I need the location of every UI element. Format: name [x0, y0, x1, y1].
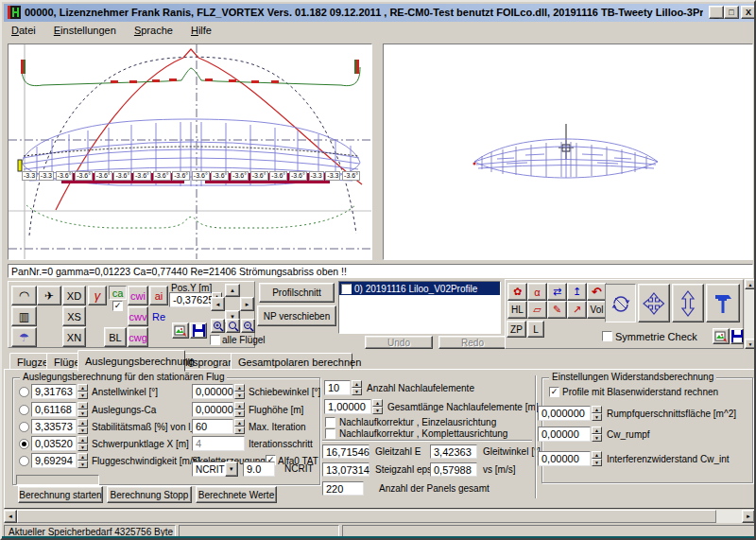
berechnete-werte-button[interactable]: Berechnete Werte [196, 486, 277, 503]
close-button[interactable]: X [741, 6, 756, 19]
cw-rumpf-input[interactable]: 0,00000 [538, 427, 591, 442]
toolbar-scroll-down-button[interactable]: ▼ [745, 339, 756, 349]
anchor-tool-button[interactable]: ↥ [567, 283, 587, 301]
anzahl-nachlaufelemente-input[interactable]: 10 [324, 380, 351, 395]
spin-down-icon[interactable]: ▼ [77, 461, 88, 468]
spin-down-icon[interactable]: ▼ [234, 392, 245, 399]
horizontal-scrollbar[interactable]: ◄ ► [4, 510, 755, 523]
spin-down-icon[interactable]: ▼ [77, 427, 88, 434]
menu-datei[interactable]: Datei [4, 22, 43, 39]
ncrit-combobox[interactable]: NCRIT ▼ [192, 462, 239, 477]
l-button[interactable]: L [527, 321, 544, 338]
zp-button[interactable]: ZP [507, 321, 526, 338]
pan-right-button[interactable]: ► [240, 297, 254, 311]
rumpfquerschnitt-input[interactable]: 0,000000 [538, 406, 591, 421]
pin-tool-button[interactable]: ✿ [507, 283, 527, 301]
panel-tool-button[interactable]: ▱ [527, 301, 547, 319]
ai-button[interactable]: ai [149, 286, 168, 305]
zoom-reset-button[interactable] [226, 319, 240, 333]
nachlaufkorrektur-einzel-checkbox[interactable] [325, 417, 335, 427]
export-image-button[interactable] [172, 322, 189, 339]
schwerpunktlage-radio[interactable] [19, 439, 29, 449]
profile-listbox[interactable]: ✓ 0) 20191116 Liloo_V02Profile [338, 281, 501, 334]
cwi-button[interactable]: cwi [128, 286, 148, 305]
alpha-twist-tool-button[interactable]: α [527, 283, 547, 301]
max-iteration-spinner[interactable]: ▲▼ [234, 419, 245, 434]
berechnung-stopp-button[interactable]: Berechnung Stopp [107, 486, 192, 503]
gesamtlaenge-input[interactable]: 1,00000 [324, 399, 371, 414]
spin-up-icon[interactable]: ▲ [592, 427, 602, 434]
scroll-left-button[interactable]: ◄ [4, 510, 17, 523]
rotate-mode-button[interactable] [605, 284, 636, 322]
spin-up-icon[interactable]: ▲ [234, 384, 245, 392]
stabilitaetsmass-input[interactable]: 3,33573 [31, 419, 77, 434]
spin-up-icon[interactable]: ▲ [234, 402, 245, 409]
arrow-out-tool-button[interactable]: ↗ [567, 301, 587, 319]
pos-y-input[interactable]: -0,37625 [169, 292, 211, 307]
hl-button[interactable]: HL [507, 301, 527, 319]
stabilitaetsmass-spinner[interactable]: ▲▼ [77, 419, 88, 434]
wing-3d-view-canvas[interactable] [383, 44, 753, 260]
build-mode-button[interactable] [706, 284, 740, 322]
move-mode-button[interactable] [638, 284, 670, 322]
symmetrie-check-checkbox[interactable] [602, 331, 612, 341]
move-vertical-mode-button[interactable] [672, 284, 704, 322]
menu-sprache[interactable]: Sprache [127, 22, 180, 39]
wing-front-view-button[interactable]: ◠ [11, 286, 37, 305]
spin-up-icon[interactable]: ▲ [77, 384, 88, 392]
re-label[interactable]: Re [149, 306, 168, 326]
redo-button[interactable]: Redo [438, 336, 507, 349]
spin-down-icon[interactable]: ▼ [592, 459, 602, 466]
undo-arrow-tool-button[interactable]: ↶ [587, 283, 607, 301]
spin-up-icon[interactable]: ▲ [592, 451, 602, 459]
save-button[interactable] [190, 322, 207, 339]
fluggeschwindigkeit-input[interactable]: 9,69294 [31, 453, 77, 468]
swap-tool-button[interactable]: ⇄ [547, 283, 567, 301]
zoom-in-button[interactable] [211, 319, 225, 333]
vol-button[interactable]: Vol [587, 301, 607, 319]
ncrit-value-input[interactable]: 9.0 [243, 462, 275, 477]
maximize-button[interactable]: □ [724, 6, 739, 19]
menu-hilfe[interactable]: Hilfe [183, 22, 219, 39]
pan-left-button[interactable]: ◄ [211, 297, 225, 311]
xn-button[interactable]: XN [62, 327, 86, 347]
flughoehe-spinner[interactable]: ▲▼ [234, 402, 245, 417]
spin-down-icon[interactable]: ▼ [77, 409, 88, 417]
pencil-tool-button[interactable]: ✎ [547, 301, 567, 319]
auslegungs-ca-input[interactable]: 0,61168 [31, 402, 77, 417]
cwg-button[interactable]: cwg [128, 327, 148, 347]
spin-down-icon[interactable]: ▼ [77, 444, 88, 451]
export-image-button-2[interactable] [713, 328, 730, 344]
auslegungs-ca-spinner[interactable]: ▲▼ [77, 402, 88, 417]
anzahl-nachlaufelemente-spinner[interactable]: ▲▼ [352, 380, 362, 395]
berechnung-starten-button[interactable]: Berechnung starten [18, 486, 103, 503]
spin-down-icon[interactable]: ▼ [234, 427, 245, 434]
minimize-button[interactable]: _ [709, 6, 724, 19]
toolbar-scrollbar[interactable]: ▲ ▼ [745, 279, 756, 349]
rumpfquerschnitt-spinner[interactable]: ▲▼ [592, 406, 602, 421]
flughoehe-input[interactable]: 0,00000 [192, 402, 233, 417]
paraglider-view-button[interactable]: ☂ [11, 327, 37, 347]
polar-view-button[interactable]: ▥ [11, 306, 37, 326]
plane-side-view-button[interactable]: ✈ [37, 286, 61, 305]
spin-up-icon[interactable]: ▲ [234, 419, 245, 427]
tab-auslegungsberechnung[interactable]: Auslegungsberechnung [77, 350, 185, 372]
undo-button[interactable]: Undo [365, 336, 433, 349]
gamma-button[interactable]: γ [88, 286, 107, 305]
cw-int-input[interactable]: 0,00000 [538, 451, 591, 466]
xs-button[interactable]: XS [62, 306, 86, 326]
ncrit-combobox-dropdown-button[interactable]: ▼ [225, 462, 238, 477]
toolbar-scroll-up-button[interactable]: ▲ [745, 279, 756, 289]
alle-fluegel-checkbox[interactable] [210, 335, 220, 345]
spin-down-icon[interactable]: ▼ [234, 409, 245, 417]
spin-up-icon[interactable]: ▲ [77, 419, 88, 427]
stabilitaetsmass-radio[interactable] [19, 422, 29, 432]
spin-down-icon[interactable]: ▼ [352, 388, 362, 395]
max-iteration-input[interactable]: 60 [192, 419, 233, 434]
schiebewinkel-input[interactable]: 0,00000 [192, 384, 233, 399]
cwv-button[interactable]: cwv [128, 306, 148, 326]
profilschnitt-button[interactable]: Profilschnitt [259, 283, 335, 303]
auslegungs-ca-radio[interactable] [19, 405, 29, 415]
scrollbar-thumb[interactable] [17, 510, 716, 523]
profile-item-checkbox[interactable]: ✓ [341, 284, 352, 294]
